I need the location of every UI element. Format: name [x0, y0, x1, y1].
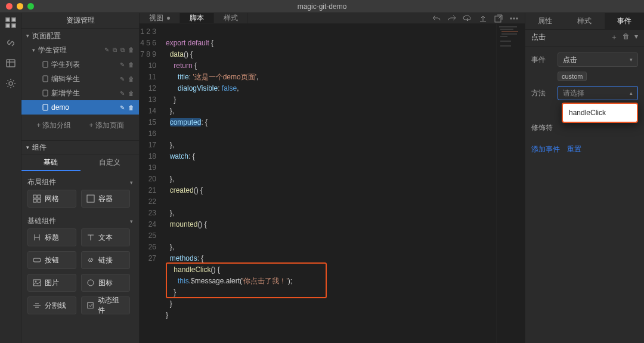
data-icon[interactable]: [5, 57, 17, 69]
edit-icon[interactable]: ✎: [120, 61, 125, 68]
redo-icon[interactable]: [447, 14, 457, 23]
chevron-down-icon: ▾: [630, 57, 633, 63]
add-group-button[interactable]: + 添加分组: [36, 120, 71, 131]
tree-item-add-student[interactable]: 新增学生 ✎🗑: [21, 86, 139, 100]
tree-label: 学生列表: [51, 60, 120, 70]
tree-row-actions: ✎ ⧉ ⧉ 🗑: [104, 47, 134, 54]
tree-root-page-config[interactable]: ▾ 页面配置: [21, 29, 139, 43]
section-title: 点击: [531, 32, 546, 42]
event-section-header: 点击 ＋ 🗑 ▾: [525, 30, 644, 47]
tree-item-edit-student[interactable]: 编辑学生 ✎🗑: [21, 72, 139, 86]
link-icon[interactable]: [5, 37, 17, 49]
card-label: 容器: [98, 194, 113, 204]
edit-icon[interactable]: ✎: [120, 90, 125, 97]
label-event: 事件: [531, 55, 553, 65]
tab-script[interactable]: 脚本: [180, 13, 214, 23]
method-select[interactable]: 请选择 ▴: [558, 86, 638, 100]
tab-style[interactable]: 样式: [214, 13, 248, 23]
delete-icon[interactable]: 🗑: [623, 32, 630, 42]
apps-icon[interactable]: [5, 17, 17, 29]
undo-icon[interactable]: [432, 14, 441, 23]
tab-view[interactable]: 视图: [140, 13, 180, 23]
component-link[interactable]: 链接: [81, 251, 130, 269]
code-text: .$message.alert(: [189, 277, 242, 285]
tab-props[interactable]: 属性: [525, 13, 565, 29]
chevron-down-icon: ▾: [130, 180, 133, 186]
component-divider[interactable]: 分割线: [27, 296, 76, 314]
chevron-down-icon: ▾: [130, 218, 133, 224]
svg-point-5: [9, 82, 13, 85]
card-label: 按钮: [45, 255, 59, 265]
select-value: 点击: [563, 55, 577, 65]
add-page-button[interactable]: + 添加页面: [89, 120, 124, 131]
component-image[interactable]: 图片: [27, 274, 76, 292]
component-container[interactable]: 容器: [81, 190, 130, 208]
basic-group-header[interactable]: 基础组件 ▾: [27, 214, 133, 228]
edit-icon[interactable]: ✎: [120, 76, 125, 82]
settings-icon[interactable]: [5, 78, 17, 89]
component-text[interactable]: 文本: [81, 228, 130, 246]
card-label: 网格: [45, 194, 59, 204]
tree-label: 新增学生: [51, 88, 120, 98]
delete-icon[interactable]: 🗑: [128, 90, 134, 97]
chevron-down-icon: ▾: [26, 144, 32, 150]
chevron-down-icon: ▾: [26, 33, 32, 39]
chevron-down-icon[interactable]: ▾: [634, 32, 638, 42]
svg-point-22: [513, 17, 515, 18]
external-icon[interactable]: [494, 14, 503, 23]
delete-icon[interactable]: 🗑: [128, 104, 134, 111]
copy-icon[interactable]: ⧉: [113, 47, 117, 54]
group-label: 基础组件: [27, 216, 56, 226]
window-title: magic-git-demo: [0, 2, 644, 11]
reset-link[interactable]: 重置: [567, 144, 581, 154]
line-gutter: 1 2 3 4 5 6 7 8 9 10 11 12 13 14 15 16 1…: [140, 24, 161, 343]
editor-area: 视图 脚本 样式 1 2 3 4 5 6 7 8 9 10 11 12 13 1…: [140, 13, 525, 343]
tab-label: 脚本: [190, 13, 204, 23]
prop: title: [178, 73, 189, 81]
code-content[interactable]: export default { data() { return { title…: [161, 24, 496, 343]
tab-label: 视图: [149, 13, 163, 23]
edit-icon[interactable]: ✎: [104, 47, 109, 54]
svg-rect-1: [12, 18, 16, 21]
layout-group-header[interactable]: 布局组件 ▾: [27, 175, 133, 190]
delete-icon[interactable]: 🗑: [128, 76, 134, 82]
bool: false: [222, 84, 237, 92]
add-event-link[interactable]: 添加事件: [531, 144, 560, 154]
component-icon[interactable]: 图标: [81, 274, 130, 292]
copy2-icon[interactable]: ⧉: [120, 47, 125, 54]
tree-label: demo: [51, 103, 120, 112]
code-editor[interactable]: 1 2 3 4 5 6 7 8 9 10 11 12 13 14 15 16 1…: [140, 24, 525, 343]
tree-item-student-list[interactable]: 学生列表 ✎🗑: [21, 57, 139, 72]
custom-badge[interactable]: custom: [558, 72, 587, 81]
chevron-up-icon: ▴: [630, 90, 633, 96]
component-dynamic[interactable]: 动态组件: [81, 296, 130, 314]
upload-icon[interactable]: [478, 14, 488, 23]
delete-icon[interactable]: 🗑: [128, 47, 134, 54]
component-title[interactable]: 标题: [27, 228, 76, 246]
tab-custom-components[interactable]: 自定义: [80, 154, 140, 171]
code-text: );: [288, 277, 292, 285]
tree-item-demo[interactable]: demo ✎🗑: [21, 100, 139, 115]
delete-icon[interactable]: 🗑: [128, 61, 134, 68]
tab-style-right[interactable]: 样式: [565, 13, 604, 29]
dropdown-option-handleclick[interactable]: handleClick: [569, 109, 631, 117]
svg-rect-11: [38, 195, 41, 198]
modified-dot-icon: [167, 17, 170, 20]
tab-events[interactable]: 事件: [605, 13, 644, 29]
tab-base-components[interactable]: 基础: [21, 154, 80, 171]
tree-label: 学生管理: [38, 45, 104, 55]
svg-rect-7: [43, 76, 48, 82]
component-grid[interactable]: 网格: [27, 190, 76, 208]
prop: watch: [170, 152, 188, 160]
edit-icon[interactable]: ✎: [120, 104, 125, 111]
component-button[interactable]: 按钮: [27, 251, 76, 269]
minimap[interactable]: [496, 24, 525, 343]
add-icon[interactable]: ＋: [611, 32, 618, 42]
event-select[interactable]: 点击 ▾: [558, 52, 638, 67]
components-section-header[interactable]: ▾ 组件: [21, 140, 139, 154]
string: '这是一个demo页面': [193, 73, 256, 81]
more-icon[interactable]: [509, 14, 519, 23]
tree-group-student[interactable]: ▾ 学生管理 ✎ ⧉ ⧉ 🗑: [21, 43, 139, 57]
cloud-download-icon[interactable]: [463, 14, 472, 23]
svg-rect-8: [43, 90, 48, 96]
